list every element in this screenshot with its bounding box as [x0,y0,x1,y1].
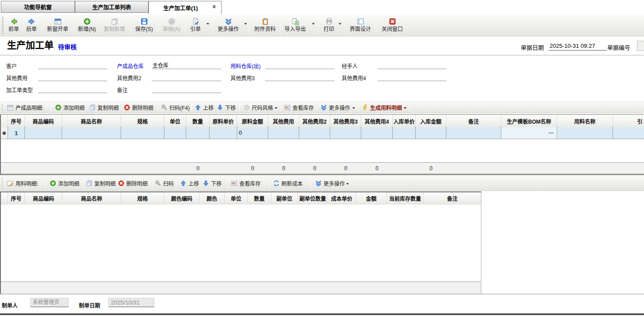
remark-field[interactable] [152,93,221,93]
tab-2[interactable]: 生产加工单(1) × [148,1,222,14]
handler-field[interactable] [378,69,446,69]
cell-empty[interactable] [25,127,62,139]
order-type-field[interactable] [38,93,107,93]
products-move-down-button[interactable]: 下移 [217,102,236,113]
import-export-button[interactable]: 导入导出 [281,18,309,32]
attachment-button[interactable]: 附件资料 [251,18,279,32]
materials-column-header[interactable]: 商品编码 [25,192,62,204]
pull-order-button[interactable]: 引单 [186,18,205,32]
material-warehouse-field[interactable] [265,69,335,69]
cell-empty[interactable] [446,127,501,139]
materials-column-header[interactable]: 颜色编码 [164,192,199,204]
print-button[interactable]: 打印 [319,18,339,32]
products-column-header[interactable]: 原料单价 [210,115,237,127]
materials-column-header[interactable]: 规格 [121,192,164,204]
materials-column-header[interactable]: 成本单价 [328,192,356,204]
materials-column-header[interactable]: 副单位数量 [298,192,328,204]
products-column-header[interactable]: 入库金额 [416,115,446,127]
other-fee3-field[interactable] [265,81,335,81]
products-column-header[interactable]: 单位 [164,115,186,127]
customer-field[interactable] [38,69,107,69]
bom-picker-button[interactable]: … [547,129,555,137]
cell-empty[interactable] [268,127,299,139]
tab-close-icon[interactable]: × [211,4,217,10]
products-more-actions-button[interactable]: 更多操作 [320,102,350,113]
products-column-header[interactable]: 生产模板BOM名称 [501,115,557,127]
products-view-stock-button[interactable]: 查看库存 [284,102,314,113]
cell-empty[interactable] [557,127,613,139]
copy-new-button[interactable]: 复制新增 [101,18,128,32]
other-fee-field[interactable] [38,81,107,81]
cell-empty[interactable] [361,127,393,139]
cell-empty[interactable] [416,127,446,139]
products-column-header[interactable]: 备注 [446,115,501,127]
materials-move-up-button[interactable]: 上移 [180,176,199,191]
new-button[interactable]: 新增(N) [74,18,100,32]
cell-empty[interactable] [299,127,330,139]
products-column-header[interactable]: 数量 [186,115,210,127]
doc-number-input[interactable] [637,41,644,51]
dropdown-arrow-icon[interactable] [275,107,277,109]
materials-add-row-button[interactable]: 添加明细 [50,176,79,191]
products-column-header[interactable]: 入库单价 [393,115,416,127]
dropdown-arrow-icon[interactable] [244,23,247,25]
cell-empty[interactable] [121,127,164,139]
products-copy-row-button[interactable]: 复制明细 [89,102,119,113]
more-actions-button[interactable]: 更多操作 [215,18,242,32]
cell-empty[interactable] [62,127,121,139]
cell-empty[interactable] [613,127,644,139]
materials-column-header[interactable]: 金额 [356,192,387,204]
products-column-header[interactable]: 序号 [8,115,25,127]
tab-1[interactable]: 生产加工单列表 [75,1,148,13]
prev-order-button[interactable]: 前单 [4,18,23,32]
dropdown-arrow-icon[interactable] [346,183,349,185]
new-window-order-button[interactable]: 新窗开单 [44,18,71,32]
tab-0[interactable]: 功能导航窗 [1,1,75,13]
audit-button[interactable]: 审核(A) [159,18,184,32]
dropdown-arrow-icon[interactable] [339,23,341,25]
materials-copy-row-button[interactable]: 复制明细 [86,176,116,191]
dropdown-arrow-icon[interactable] [404,107,406,109]
dropdown-arrow-icon[interactable] [207,23,209,25]
products-column-header[interactable]: 其他费用2 [299,115,330,127]
materials-scan-code-button[interactable]: 扫码 [155,176,174,191]
products-column-header[interactable]: 其他费用4 [361,115,393,127]
other-fee2-field[interactable] [152,81,221,81]
cell-seq[interactable]: 1 [8,127,25,139]
products-column-header[interactable]: 其他费用 [268,115,299,127]
products-delete-row-button[interactable]: 删除明细 [124,102,153,113]
materials-view-stock-button[interactable]: 查看库存 [231,176,261,191]
products-column-header[interactable]: 引 [613,115,644,127]
products-column-header[interactable]: 用料名称 [557,115,613,127]
cell-raw-material-amount[interactable]: 0 [237,127,268,139]
materials-column-header[interactable]: 单位 [225,192,248,204]
cell-empty[interactable] [164,127,186,139]
products-scan-code-button[interactable]: 扫码(F4) [161,102,190,113]
products-generate-materials-button[interactable]: 生成用料明细 [362,102,402,113]
materials-more-actions-button[interactable]: 更多操作 [315,176,345,191]
materials-column-header[interactable]: 颜色 [199,192,225,204]
doc-date-value[interactable]: 2025-10-31 09:27 [550,43,595,49]
cell-bom-name[interactable]: … [501,127,557,139]
products-column-header[interactable]: 原料金额 [237,115,268,127]
materials-move-down-button[interactable]: 下移 [203,176,222,191]
materials-column-header[interactable]: 数量 [248,192,271,204]
finished-goods-warehouse-value[interactable]: 主仓库 [152,61,168,69]
products-column-header[interactable]: 其他费用3 [330,115,361,127]
materials-column-header[interactable]: 商品名称 [62,192,121,204]
materials-column-header[interactable]: 备注 [424,192,481,204]
materials-column-header[interactable]: 当前库存数量 [387,192,424,204]
other-fee4-field[interactable] [378,81,446,81]
dropdown-arrow-icon[interactable] [312,23,315,25]
materials-column-header[interactable]: 序号 [8,192,25,204]
close-window-button[interactable]: 关闭窗口 [379,18,406,32]
next-order-button[interactable]: 后单 [22,18,41,32]
products-move-up-button[interactable]: 上移 [195,102,214,113]
materials-refresh-cost-button[interactable]: 刷新成本 [273,176,303,191]
materials-delete-row-button[interactable]: 删除明细 [118,176,148,191]
products-column-header[interactable]: 商品编码 [25,115,62,127]
cell-empty[interactable] [330,127,361,139]
materials-column-header[interactable]: 副单位 [271,192,298,204]
ui-design-button[interactable]: 界面设计 [347,18,374,32]
cell-empty[interactable] [393,127,416,139]
